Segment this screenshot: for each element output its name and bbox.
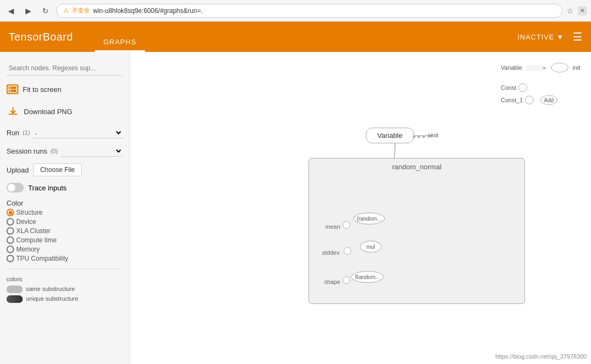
legend-const-node xyxy=(518,83,527,92)
chevron-down-icon: ▼ xyxy=(556,33,564,41)
run-dropdown[interactable]: . xyxy=(33,127,123,138)
color-compute-label: Compute time xyxy=(16,236,57,244)
radio-tpu-icon xyxy=(6,255,14,262)
unique-substructure-row: unique substructure xyxy=(6,295,123,303)
run-count: (1) xyxy=(23,129,30,136)
graph-area[interactable]: Variable init ▸ ▸ ▸ random_normal mean xyxy=(130,52,591,364)
watermark: https://blog.csdn.net/qq_37978300 xyxy=(495,353,587,360)
legend-area: Variable ░░░░▸ init Const Const_1 xyxy=(501,63,580,116)
divider xyxy=(6,269,123,269)
legend-variable-init: Variable ░░░░▸ init xyxy=(501,63,580,72)
session-runs-count: (0) xyxy=(50,148,57,154)
colors-subhead: colors xyxy=(6,276,123,283)
group-label: random_normal xyxy=(392,163,441,171)
random-full-node[interactable]: Random... xyxy=(351,271,384,283)
fit-screen-row[interactable]: Fit to screen xyxy=(6,82,123,96)
color-option-structure[interactable]: Structure xyxy=(6,209,123,216)
app-title: TensorBoard xyxy=(9,31,73,43)
upload-label: Upload xyxy=(6,166,29,174)
url-bar[interactable]: ⚠ 不安全 win-u8hlok8sq9e:6006/#graphs&run=. xyxy=(56,4,562,18)
unique-substructure-swatch xyxy=(6,295,23,303)
color-option-compute[interactable]: Compute time xyxy=(6,236,123,244)
same-substructure-row: same substructure xyxy=(6,286,123,293)
random-normal-group[interactable]: random_normal mean (random... stddev xyxy=(308,158,525,304)
session-runs-section: Session runs (0) xyxy=(6,145,123,157)
fit-screen-icon xyxy=(6,84,18,94)
color-option-xla[interactable]: XLA Cluster xyxy=(6,227,123,235)
shape-node[interactable] xyxy=(343,276,350,284)
shape-label: shape xyxy=(324,279,340,285)
nav-tabs: GRAPHS xyxy=(95,22,145,52)
choose-file-button[interactable]: Choose File xyxy=(33,163,82,176)
top-nav: TensorBoard GRAPHS INACTIVE ▼ ☰ xyxy=(0,22,591,52)
graph-canvas: Variable init ▸ ▸ ▸ random_normal mean xyxy=(130,52,591,364)
color-xla-label: XLA Cluster xyxy=(16,227,50,235)
url-text: win-u8hlok8sq9e:6006/#graphs&run=. xyxy=(93,7,202,15)
legend-add-node: Add xyxy=(540,95,557,105)
session-runs-dropdown[interactable] xyxy=(61,145,123,157)
same-substructure-swatch xyxy=(6,286,23,293)
color-memory-label: Memory xyxy=(16,246,40,253)
insecure-label: 不安全 xyxy=(72,6,90,15)
search-input[interactable] xyxy=(6,61,123,76)
trace-inputs-toggle[interactable] xyxy=(6,183,24,193)
mul-node[interactable]: mul xyxy=(360,241,382,253)
legend-add: Const Const_1 Add xyxy=(501,83,580,105)
init-node-label: init xyxy=(431,132,438,138)
tab-graphs[interactable]: GRAPHS xyxy=(95,22,145,52)
variable-node[interactable]: Variable xyxy=(366,128,414,143)
download-icon xyxy=(6,105,19,118)
color-option-tpu[interactable]: TPU Compatibility xyxy=(6,255,123,262)
close-icon[interactable]: ✕ xyxy=(578,6,587,15)
radio-structure-icon xyxy=(6,209,14,216)
sidebar: Fit to screen Download PNG Run (1) . Ses… xyxy=(0,52,130,364)
random-node[interactable]: (random... xyxy=(353,213,385,224)
arrow-dashes: ▸ ▸ ▸ xyxy=(413,133,426,140)
session-runs-label: Session runs xyxy=(6,147,47,155)
download-png-label: Download PNG xyxy=(24,108,73,116)
color-option-device[interactable]: Device xyxy=(6,218,123,226)
color-device-label: Device xyxy=(16,218,36,226)
main-layout: Fit to screen Download PNG Run (1) . Ses… xyxy=(0,52,591,364)
reload-button[interactable]: ↻ xyxy=(39,4,52,17)
download-png-row[interactable]: Download PNG xyxy=(6,103,123,120)
warning-icon: ⚠ xyxy=(63,7,69,14)
legend-const1-node xyxy=(525,96,534,104)
browser-chrome: ◀ ▶ ↻ ⚠ 不安全 win-u8hlok8sq9e:6006/#graphs… xyxy=(0,0,591,22)
radio-xla-icon xyxy=(6,227,14,235)
color-structure-label: Structure xyxy=(16,209,43,216)
radio-memory-icon xyxy=(6,246,14,253)
mean-node[interactable] xyxy=(343,221,350,229)
legend-arrow: ░░░░▸ xyxy=(527,64,547,71)
trace-inputs-row: Trace inputs xyxy=(6,183,123,193)
color-tpu-label: TPU Compatibility xyxy=(16,255,68,262)
run-section: Run (1) . xyxy=(6,127,123,138)
radio-compute-icon xyxy=(6,236,14,244)
fit-screen-label: Fit to screen xyxy=(23,85,62,94)
mean-label: mean xyxy=(325,223,340,230)
color-label: Color xyxy=(6,199,23,207)
upload-section: Upload Choose File xyxy=(6,163,123,176)
bookmark-icon[interactable]: ☆ xyxy=(567,6,574,15)
color-option-memory[interactable]: Memory xyxy=(6,246,123,253)
color-section: Color Structure Device XLA Cluster Compu… xyxy=(6,199,123,262)
legend-init-node xyxy=(551,63,568,72)
radio-device-icon xyxy=(6,218,14,226)
run-label: Run xyxy=(6,129,19,137)
back-button[interactable]: ◀ xyxy=(4,4,17,17)
stddev-label: stddev xyxy=(322,249,339,256)
trace-inputs-label: Trace inputs xyxy=(28,184,67,192)
menu-icon[interactable]: ☰ xyxy=(573,30,582,43)
forward-button[interactable]: ▶ xyxy=(22,4,35,17)
inactive-dropdown[interactable]: INACTIVE ▼ xyxy=(517,33,564,41)
stddev-node[interactable] xyxy=(344,247,351,255)
